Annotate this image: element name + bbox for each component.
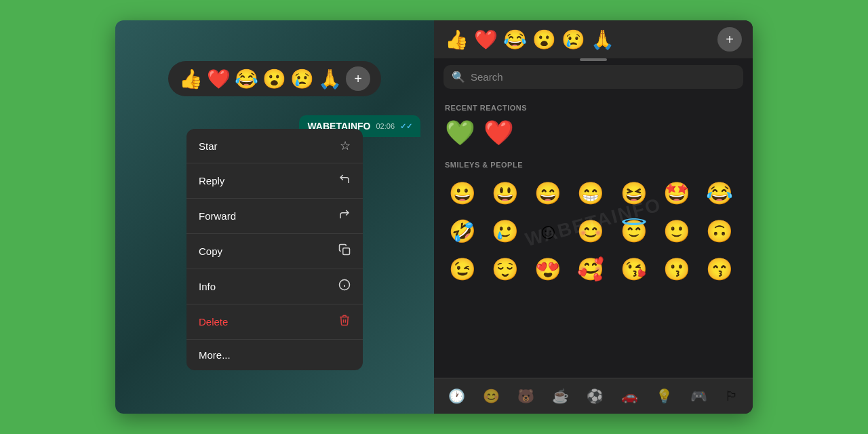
copy-label: Copy: [199, 245, 222, 257]
recent-reactions-label: RECENT REACTIONS: [445, 104, 742, 112]
forward-icon: [338, 208, 351, 224]
category-animals[interactable]: 🐻: [512, 385, 540, 407]
more-label: More...: [199, 349, 231, 361]
emoji-picker-panel: 👍 ❤️ 😂 😮 😢 🙏 + 🔍 WABETAINFO RECENT REACT…: [434, 20, 753, 414]
forward-label: Forward: [199, 210, 236, 222]
emoji-cell[interactable]: 😇: [616, 214, 652, 249]
context-menu-more[interactable]: More...: [186, 340, 363, 370]
info-label: Info: [199, 281, 216, 292]
emoji-cell[interactable]: 🙃: [702, 214, 737, 249]
delete-icon: [338, 314, 351, 330]
recent-emoji-1[interactable]: 💚: [445, 119, 475, 147]
category-bar: 🕐 😊 🐻 ☕ ⚽ 🚗 💡 🎮 🏳: [434, 378, 753, 414]
picker-reaction-4[interactable]: 😮: [532, 28, 556, 51]
picker-add-button[interactable]: +: [717, 27, 742, 52]
emoji-cell[interactable]: 😉: [445, 252, 480, 287]
category-activities[interactable]: ⚽: [581, 385, 609, 407]
search-input[interactable]: [471, 71, 735, 83]
emoji-cell[interactable]: 😆: [616, 176, 652, 211]
reaction-emoji-4[interactable]: 😮: [262, 68, 286, 90]
emoji-cell[interactable]: 😘: [616, 252, 652, 287]
add-reaction-button[interactable]: +: [346, 66, 370, 91]
emoji-cell[interactable]: 🥲: [488, 214, 523, 249]
category-smileys[interactable]: 😊: [477, 385, 505, 407]
smileys-label: SMILEYS & PEOPLE: [445, 161, 742, 169]
category-objects[interactable]: 💡: [650, 385, 678, 407]
context-menu-info[interactable]: Info: [186, 269, 363, 304]
reaction-emoji-6[interactable]: 🙏: [318, 68, 342, 90]
category-food[interactable]: ☕: [547, 385, 574, 407]
picker-reaction-3[interactable]: 😂: [503, 28, 527, 51]
reply-icon: [338, 173, 351, 189]
reaction-emoji-2[interactable]: ❤️: [207, 68, 231, 90]
context-menu-reply[interactable]: Reply: [186, 163, 363, 199]
star-icon: ☆: [340, 138, 351, 153]
search-input-wrapper: 🔍: [443, 65, 743, 89]
context-menu-forward[interactable]: Forward: [186, 199, 363, 234]
message-ticks: ✓✓: [400, 122, 412, 131]
picker-reaction-6[interactable]: 🙏: [591, 28, 614, 51]
picker-content: WABETAINFO RECENT REACTIONS 💚 ❤️ SMILEYS…: [434, 96, 753, 378]
picker-top-bar: 👍 ❤️ 😂 😮 😢 🙏 +: [434, 20, 753, 58]
context-menu-delete[interactable]: Delete: [186, 304, 363, 340]
emoji-cell[interactable]: 😀: [445, 176, 480, 211]
recent-reactions: 💚 ❤️: [445, 119, 742, 147]
emoji-cell[interactable]: 😌: [488, 252, 523, 287]
star-label: Star: [199, 140, 218, 152]
recent-emoji-2[interactable]: ❤️: [484, 119, 514, 147]
reaction-emoji-1[interactable]: 👍: [179, 68, 203, 90]
emoji-cell[interactable]: 🥰: [573, 252, 608, 287]
picker-reaction-1[interactable]: 👍: [445, 28, 469, 51]
category-flags[interactable]: 🏳: [719, 386, 744, 407]
context-menu-copy[interactable]: Copy: [186, 234, 363, 269]
reaction-emoji-3[interactable]: 😂: [235, 68, 258, 90]
emoji-cell[interactable]: 😊: [573, 214, 608, 249]
emoji-cell[interactable]: 😃: [488, 176, 523, 211]
emoji-cell[interactable]: 🤩: [659, 176, 694, 211]
emoji-cell[interactable]: 😄: [530, 176, 566, 211]
smileys-grid: 😀 😃 😄 😁 😆 🤩 😂 🤣 🥲 ☺️ 😊 😇 🙂 🙃 😉 😌 😍 🥰 😘: [445, 176, 742, 287]
reply-label: Reply: [199, 175, 224, 186]
category-travel[interactable]: 🚗: [616, 385, 644, 407]
category-symbols[interactable]: 🎮: [685, 385, 713, 407]
category-recent[interactable]: 🕐: [443, 385, 471, 407]
emoji-cell[interactable]: 😍: [530, 252, 566, 287]
message-time: 02:06: [376, 122, 395, 130]
info-icon: [338, 279, 351, 294]
main-container: WABETAINFO 👍 ❤️ 😂 😮 😢 🙏 + WABETAINFO 02:…: [115, 20, 753, 414]
emoji-cell[interactable]: 😙: [702, 252, 737, 287]
emoji-cell[interactable]: 🤣: [445, 214, 480, 249]
emoji-cell[interactable]: 😂: [702, 176, 737, 211]
emoji-cell[interactable]: ☺️: [530, 214, 566, 249]
emoji-cell[interactable]: 😁: [573, 176, 608, 211]
svg-rect-0: [343, 248, 350, 255]
picker-reaction-2[interactable]: ❤️: [474, 28, 498, 51]
context-menu: Star ☆ Reply Forward: [186, 129, 363, 370]
reaction-emoji-5[interactable]: 😢: [290, 68, 314, 90]
emoji-cell[interactable]: 😗: [659, 252, 694, 287]
chat-panel: WABETAINFO 👍 ❤️ 😂 😮 😢 🙏 + WABETAINFO 02:…: [115, 20, 434, 414]
search-icon: 🔍: [452, 71, 465, 83]
copy-icon: [338, 243, 351, 259]
emoji-reaction-bar: 👍 ❤️ 😂 😮 😢 🙏 +: [168, 61, 381, 96]
delete-label: Delete: [199, 316, 228, 328]
emoji-cell[interactable]: 🙂: [659, 214, 694, 249]
context-menu-star[interactable]: Star ☆: [186, 129, 363, 163]
picker-reaction-5[interactable]: 😢: [561, 28, 585, 51]
search-bar: 🔍: [434, 58, 753, 96]
